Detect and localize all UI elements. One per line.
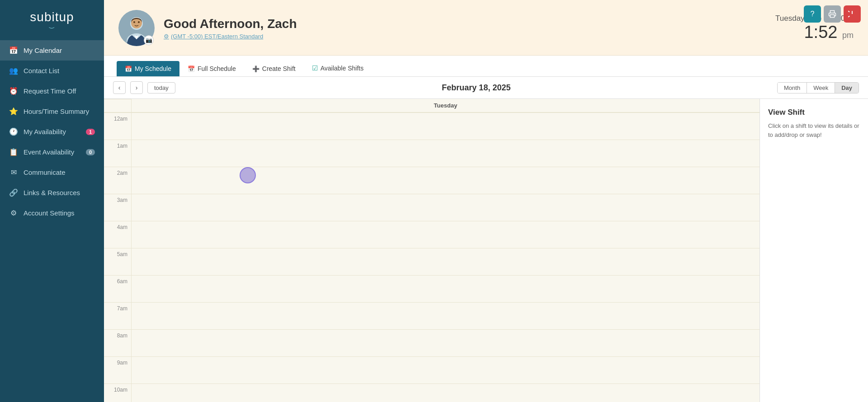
sidebar-label-my-availability: My Availability (24, 128, 66, 136)
sidebar-label-account-settings: Account Settings (24, 209, 75, 217)
help-button[interactable]: ? (804, 5, 821, 23)
sidebar-item-account-settings[interactable]: ⚙ Account Settings (0, 203, 104, 223)
month-view-button[interactable]: Month (778, 83, 807, 93)
sidebar-label-contact-list: Contact List (24, 67, 59, 75)
main-content: 📷 Good Afternoon, Zach ⚙ (GMT -5:00) EST… (104, 0, 868, 402)
calendar-grid[interactable]: Tuesday 12am1am2am3am4am5am6am7am8am9am1… (104, 99, 760, 402)
nav-menu: 📅 My Calendar 👥 Contact List ⏰ Request T… (0, 40, 104, 223)
cal-cell-2am[interactable] (131, 167, 760, 194)
sidebar-label-request-time-off: Request Time Off (24, 87, 76, 95)
avatar-camera-button[interactable]: 📷 (144, 35, 154, 45)
gear-icon: ⚙ (164, 33, 169, 40)
sidebar-item-hours-time-summary[interactable]: ⭐ Hours/Time Summary (0, 101, 104, 122)
print-button[interactable] (824, 5, 841, 23)
account-settings-icon: ⚙ (9, 209, 18, 217)
header-banner: 📷 Good Afternoon, Zach ⚙ (GMT -5:00) EST… (104, 0, 868, 56)
time-label-8am: 8am (104, 329, 131, 356)
timezone-label: (GMT -5:00) EST/Eastern Standard (171, 33, 263, 40)
power-button[interactable] (844, 5, 861, 23)
time-label-3am: 3am (104, 194, 131, 221)
header-left: 📷 Good Afternoon, Zach ⚙ (GMT -5:00) EST… (118, 10, 297, 46)
calendar-body: Tuesday 12am1am2am3am4am5am6am7am8am9am1… (104, 99, 868, 402)
right-panel-description: Click on a shift to view its details or … (768, 122, 860, 139)
cal-cell-7am[interactable] (131, 302, 760, 329)
view-btn-group: Month Week Day (777, 82, 859, 93)
tab-full-schedule[interactable]: 📅 Full Schedule (179, 61, 244, 76)
communicate-icon: ✉ (9, 168, 18, 177)
svg-point-4 (133, 21, 135, 23)
week-view-button[interactable]: Week (807, 83, 835, 93)
sidebar-item-my-calendar[interactable]: 📅 My Calendar (0, 40, 104, 61)
tab-create-shift-label: Create Shift (262, 65, 296, 72)
my-calendar-icon: 📅 (9, 46, 18, 55)
tab-available-shifts-label: Available Shifts (321, 65, 363, 72)
sidebar-logo: subitup ‿ (0, 0, 104, 37)
sidebar-item-communicate[interactable]: ✉ Communicate (0, 162, 104, 182)
sidebar-label-communicate: Communicate (24, 168, 66, 176)
sidebar-item-request-time-off[interactable]: ⏰ Request Time Off (0, 81, 104, 101)
time-label-12am: 12am (104, 112, 131, 140)
calendar-icon: 📅 (125, 65, 132, 72)
top-right-icons: ? (804, 5, 861, 23)
time-label-4am: 4am (104, 221, 131, 248)
badge-event-availability: 0 (86, 149, 95, 155)
sidebar-item-my-availability[interactable]: 🕐 My Availability 1 (0, 122, 104, 142)
day-view-button[interactable]: Day (835, 83, 859, 93)
time-label-7am: 7am (104, 302, 131, 329)
svg-point-5 (138, 21, 140, 23)
sidebar-item-contact-list[interactable]: 👥 Contact List (0, 61, 104, 81)
greeting-text: Good Afternoon, Zach (164, 17, 297, 31)
day-col-label: Tuesday (434, 102, 458, 109)
prev-button[interactable]: ‹ (113, 81, 126, 94)
time-label-5am: 5am (104, 248, 131, 275)
right-panel: View Shift Click on a shift to view its … (760, 99, 868, 402)
cal-cell-4am[interactable] (131, 221, 760, 248)
time-label-6am: 6am (104, 275, 131, 302)
calendar-grid-inner: Tuesday 12am1am2am3am4am5am6am7am8am9am1… (104, 99, 760, 402)
right-panel-title: View Shift (768, 108, 860, 117)
request-time-off-icon: ⏰ (9, 87, 18, 95)
sidebar-item-event-availability[interactable]: 📋 Event Availability 0 (0, 142, 104, 162)
cal-cell-3am[interactable] (131, 194, 760, 221)
next-button[interactable]: › (130, 81, 143, 94)
time-label-2am: 2am (104, 167, 131, 194)
time-col-header (104, 99, 131, 112)
greeting-section: Good Afternoon, Zach ⚙ (GMT -5:00) EST/E… (164, 17, 297, 40)
tab-available-shifts[interactable]: ☑ Available Shifts (304, 60, 372, 76)
my-availability-icon: 🕐 (9, 127, 18, 136)
sidebar-label-links-resources: Links & Resources (24, 189, 80, 196)
avatar-wrap: 📷 (118, 10, 155, 46)
sidebar-label-my-calendar: My Calendar (24, 47, 62, 54)
event-availability-icon: 📋 (9, 148, 18, 156)
check-icon: ☑ (312, 64, 318, 72)
time-display: 1:52 pm (775, 23, 854, 42)
time-label-9am: 9am (104, 356, 131, 383)
tab-my-schedule[interactable]: 📅 My Schedule (117, 61, 179, 76)
timezone-link[interactable]: ⚙ (GMT -5:00) EST/Eastern Standard (164, 33, 297, 40)
cal-cell-10am[interactable] (131, 383, 760, 402)
tab-my-schedule-label: My Schedule (135, 65, 171, 72)
sidebar: subitup ‿ 📅 My Calendar 👥 Contact List ⏰… (0, 0, 104, 402)
time-label-10am: 10am (104, 383, 131, 402)
tab-create-shift[interactable]: ➕ Create Shift (244, 61, 304, 76)
plus-icon: ➕ (252, 65, 259, 72)
cal-cell-8am[interactable] (131, 329, 760, 356)
time-value: 1:52 (804, 23, 837, 42)
cal-cell-6am[interactable] (131, 275, 760, 302)
badge-my-availability: 1 (86, 129, 95, 135)
tab-full-schedule-label: Full Schedule (198, 65, 236, 72)
calendar-date-title: February 18, 2025 (180, 83, 773, 93)
contact-list-icon: 👥 (9, 66, 18, 75)
cal-cell-9am[interactable] (131, 356, 760, 383)
today-button[interactable]: today (147, 82, 175, 93)
calendar-toolbar: ‹ › today February 18, 2025 Month Week D… (104, 77, 868, 99)
cal-cell-12am[interactable] (131, 112, 760, 140)
cal-cell-5am[interactable] (131, 248, 760, 275)
hours-time-summary-icon: ⭐ (9, 107, 18, 116)
time-label-1am: 1am (104, 140, 131, 167)
day-col-header: Tuesday (131, 99, 760, 112)
sidebar-label-hours-time-summary: Hours/Time Summary (24, 108, 89, 115)
sidebar-item-links-resources[interactable]: 🔗 Links & Resources (0, 182, 104, 203)
cal-cell-1am[interactable] (131, 140, 760, 167)
time-ampm: pm (842, 31, 854, 40)
